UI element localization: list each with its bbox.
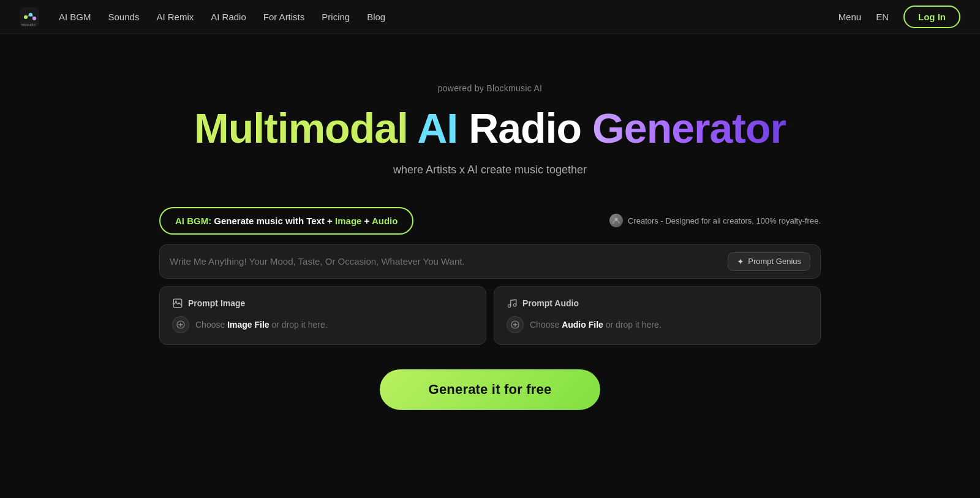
tab-label-plus: +	[361, 216, 372, 226]
user-icon	[612, 216, 620, 225]
nav-left: mixaudio AI BGM Sounds AI Remix AI Radio…	[20, 7, 385, 27]
creators-icon	[609, 214, 623, 227]
navbar: mixaudio AI BGM Sounds AI Remix AI Radio…	[0, 0, 980, 34]
nav-link-ai-remix[interactable]: AI Remix	[156, 12, 194, 22]
nav-link-blog[interactable]: Blog	[367, 12, 385, 22]
upload-circle-audio	[507, 316, 524, 333]
genius-icon: ✦	[737, 257, 744, 266]
active-tab-button[interactable]: AI BGM: Generate music with Text + Image…	[159, 207, 413, 235]
audio-upload-trigger[interactable]: Choose Audio File or drop it here.	[507, 316, 808, 333]
prompt-image-card[interactable]: Prompt Image Choose Image File or drop i…	[159, 286, 486, 345]
prompt-audio-header: Prompt Audio	[507, 298, 808, 309]
choose-image-link: Choose	[195, 320, 225, 330]
prompt-image-header: Prompt Image	[172, 298, 473, 309]
nav-link-sounds[interactable]: Sounds	[108, 12, 140, 22]
audio-file-type-label: Audio File	[562, 320, 603, 330]
prompt-image-label: Prompt Image	[188, 298, 245, 308]
text-input-wrapper: ✦ Prompt Genius	[159, 244, 821, 279]
title-ai: AI	[417, 105, 458, 151]
generate-wrap: Generate it for free	[159, 369, 821, 410]
tab-label-audio: Audio	[372, 216, 398, 226]
prompt-genius-label: Prompt Genius	[748, 257, 801, 266]
creators-badge: Creators - Designed for all creators, 10…	[609, 214, 821, 227]
creators-text: Creators - Designed for all creators, 10…	[628, 216, 821, 225]
choose-audio-link: Choose	[530, 320, 559, 330]
generate-button[interactable]: Generate it for free	[380, 369, 601, 410]
nav-menu[interactable]: Menu	[839, 12, 862, 22]
title-radio: Radio	[469, 105, 581, 151]
image-or-drop: or drop it here.	[272, 320, 328, 330]
svg-point-2	[29, 13, 32, 17]
svg-point-1	[24, 15, 28, 19]
title-generator: Generator	[592, 105, 786, 151]
nav-link-for-artists[interactable]: For Artists	[263, 12, 305, 22]
tab-label: AI BGM: Generate music with Text + Image…	[175, 216, 398, 226]
tab-label-rest: Generate music with Text +	[214, 216, 335, 226]
nav-links: AI BGM Sounds AI Remix AI Radio For Arti…	[59, 12, 385, 22]
tab-label-highlight: AI BGM:	[175, 216, 214, 226]
prompt-genius-button[interactable]: ✦ Prompt Genius	[728, 252, 810, 271]
nav-link-ai-radio[interactable]: AI Radio	[211, 12, 246, 22]
hero-subtitle: where Artists x AI create music together	[393, 164, 587, 176]
nav-link-ai-bgm[interactable]: AI BGM	[59, 12, 91, 22]
prompt-audio-label: Prompt Audio	[522, 298, 579, 308]
tab-bar: AI BGM: Generate music with Text + Image…	[159, 207, 821, 235]
image-upload-trigger[interactable]: Choose Image File or drop it here.	[172, 316, 473, 333]
powered-by-text: powered by Blockmusic AI	[438, 83, 543, 93]
audio-or-drop: or drop it here.	[606, 320, 662, 330]
logo-icon: mixaudio	[20, 7, 39, 27]
audio-icon	[507, 298, 518, 309]
tab-label-image: Image	[335, 216, 361, 226]
svg-text:mixaudio: mixaudio	[21, 23, 36, 26]
upload-row: Prompt Image Choose Image File or drop i…	[159, 286, 821, 345]
hero-section: powered by Blockmusic AI Multimodal AI R…	[0, 34, 980, 434]
logo[interactable]: mixaudio	[20, 7, 39, 27]
upload-icon-audio	[511, 320, 519, 329]
image-upload-text: Choose Image File or drop it here.	[195, 320, 328, 330]
main-content: AI BGM: Generate music with Text + Image…	[159, 207, 821, 410]
hero-title: Multimodal AI Radio Generator	[194, 105, 786, 151]
nav-link-pricing[interactable]: Pricing	[322, 12, 350, 22]
login-button[interactable]: Log In	[903, 6, 960, 28]
upload-icon-image	[176, 320, 185, 329]
audio-upload-text: Choose Audio File or drop it here.	[530, 320, 662, 330]
image-icon	[172, 298, 183, 309]
prompt-audio-card[interactable]: Prompt Audio Choose Audio File or drop i…	[494, 286, 821, 345]
title-multimodal: Multimodal	[194, 105, 408, 151]
nav-lang[interactable]: EN	[876, 12, 889, 22]
upload-circle-image	[172, 316, 189, 333]
nav-right: Menu EN Log In	[839, 6, 960, 28]
image-file-type-label: Image File	[227, 320, 269, 330]
text-prompt-input[interactable]	[170, 256, 728, 266]
